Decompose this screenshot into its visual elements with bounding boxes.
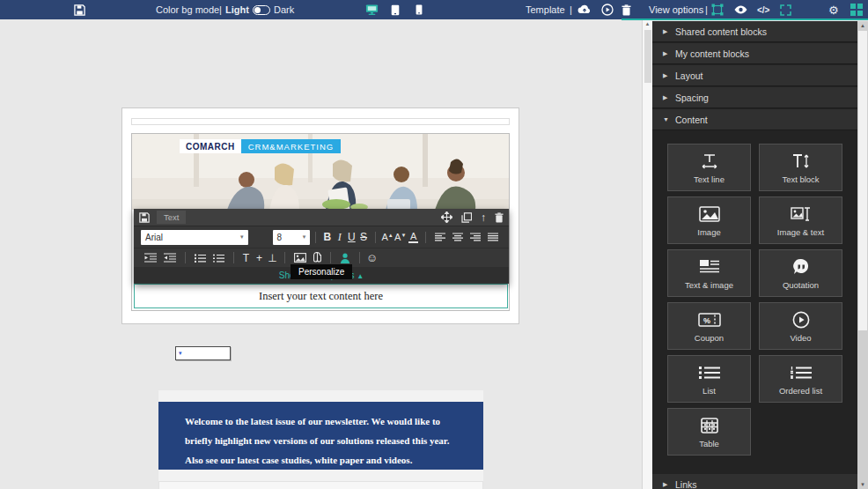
image-icon [699, 204, 720, 224]
separator: | [566, 0, 576, 19]
align-left-icon[interactable] [435, 233, 445, 241]
font-family-value: Arial [145, 233, 163, 242]
save-icon[interactable] [74, 0, 85, 19]
scroll-down-arrow[interactable]: ▼ [857, 480, 868, 489]
text-and-image-icon [699, 257, 720, 277]
scrollbar-thumb[interactable] [858, 31, 867, 330]
gear-icon[interactable]: ⚙ [828, 0, 839, 19]
save-icon[interactable] [139, 212, 150, 223]
tile-video[interactable]: Video [759, 302, 842, 350]
bold-button[interactable]: B [321, 231, 334, 243]
toggle-knob [254, 7, 261, 13]
grid-icon[interactable] [850, 0, 863, 19]
scroll-up-arrow[interactable]: ▲ [857, 21, 868, 30]
sidebar-section-layout[interactable]: ▶ Layout [652, 65, 857, 86]
sidebar-scrollbar[interactable]: ▲ ▼ [857, 21, 868, 489]
tile-image[interactable]: Image [667, 196, 751, 244]
color-bg-mode-label: Color bg mode [156, 0, 219, 19]
light-mode-label[interactable]: Light [225, 0, 249, 19]
tile-image-and-text[interactable]: Image & text [759, 196, 842, 244]
tile-list[interactable]: List [667, 355, 751, 403]
trash-icon[interactable] [495, 212, 504, 223]
indent-icon[interactable] [164, 253, 176, 263]
tile-quotation[interactable]: Quotation [759, 249, 842, 297]
toolbar-header: Text ↑ [134, 209, 509, 226]
play-icon[interactable] [601, 0, 614, 19]
tile-coupon[interactable]: % Coupon [667, 302, 751, 350]
font-color-button[interactable]: A [408, 231, 418, 243]
font-row: Arial ▾ 8 ▾ B I U S A▲ A▼ A [134, 226, 509, 248]
tile-text-block[interactable]: Text block [759, 144, 842, 191]
mini-dropdown[interactable]: ▾ [175, 346, 231, 360]
section-label: Links [675, 479, 697, 489]
align-right-icon[interactable] [470, 233, 481, 241]
scroll-up-arrow[interactable]: ▲ [643, 19, 652, 28]
template-label: Template [526, 0, 565, 19]
cloud-upload-icon[interactable] [577, 0, 592, 19]
tile-text-and-image[interactable]: Text & image [667, 249, 751, 297]
canvas-scrollbar[interactable]: ▲ [642, 19, 652, 489]
ordered-list-icon[interactable] [213, 254, 224, 263]
move-up-icon[interactable]: ↑ [481, 211, 486, 224]
list-icon [699, 363, 720, 382]
welcome-text-block[interactable]: Welcome to the latest issue of our newsl… [158, 402, 483, 470]
chevron-down-icon: ▾ [179, 350, 182, 357]
light-dark-toggle[interactable] [249, 0, 274, 19]
header-image[interactable]: COMARCH CRM&MARKETING [132, 134, 509, 210]
sidebar-section-shared-content-blocks[interactable]: ▶ Shared content blocks [652, 21, 857, 42]
welcome-section[interactable]: Welcome to the latest issue of our newsl… [158, 390, 483, 489]
outdent-icon[interactable] [144, 253, 157, 263]
dark-mode-label[interactable]: Dark [274, 0, 294, 19]
tile-text-line[interactable]: Text line [667, 144, 751, 191]
strikethrough-button[interactable]: S [357, 231, 370, 243]
more-options-row: Show more options ▲ Personalize [134, 267, 509, 283]
sidebar-section-content[interactable]: ▼ Content [652, 109, 857, 130]
font-family-select[interactable]: Arial ▾ [141, 230, 248, 245]
triangle-up-icon: ▲ [357, 272, 364, 280]
align-center-icon[interactable] [452, 233, 463, 241]
section-label: Shared content blocks [675, 26, 767, 37]
empty-content-row[interactable] [131, 118, 510, 125]
insert-link-icon[interactable] [313, 252, 321, 263]
sidebar-section-my-content-blocks[interactable]: ▶ My content blocks [652, 43, 857, 64]
tile-table[interactable]: Table [667, 408, 751, 456]
bullet-list-icon[interactable] [195, 254, 206, 263]
personalize-icon[interactable] [340, 253, 350, 263]
insert-image-icon[interactable] [294, 253, 306, 263]
chevron-right-icon: ▶ [663, 50, 675, 57]
align-justify-icon[interactable] [488, 233, 498, 241]
text-editor-toolbar: Text ↑ Arial ▾ 8 ▾ B I [134, 209, 509, 284]
tablet-icon[interactable] [391, 0, 400, 19]
chevron-down-icon: ▼ [663, 116, 675, 122]
chevron-right-icon: ▶ [663, 481, 675, 488]
scrollbar-thumb[interactable] [644, 30, 651, 83]
expand-icon[interactable] [780, 0, 791, 19]
text-content-placeholder[interactable]: Insert your text content here [134, 284, 508, 308]
underline-button[interactable]: U [346, 231, 358, 243]
sidebar-section-links[interactable]: ▶ Links [652, 474, 857, 489]
toggle-track[interactable] [253, 5, 270, 15]
duplicate-icon[interactable] [461, 212, 472, 223]
move-icon[interactable] [441, 211, 452, 223]
logo-comarch: COMARCH [180, 139, 241, 153]
sidebar-section-spacing[interactable]: ▶ Spacing [652, 87, 857, 108]
emoji-icon[interactable]: ☺ [365, 251, 379, 264]
mobile-icon[interactable] [416, 0, 423, 19]
italic-button[interactable]: I [334, 231, 346, 244]
editor-canvas[interactable]: COMARCH CRM&MARKETING Text ↑ [0, 19, 642, 489]
selection-icon[interactable] [711, 0, 724, 19]
decrease-font-button[interactable]: A▼ [394, 232, 407, 242]
valign-middle-button[interactable]: + [253, 252, 266, 264]
valign-top-button[interactable]: T [239, 252, 253, 264]
tile-ordered-list[interactable]: Ordered list [759, 355, 842, 403]
trash-icon[interactable] [622, 0, 631, 19]
text-block-icon [791, 152, 811, 171]
font-size-select[interactable]: 8 ▾ [273, 230, 311, 245]
desktop-icon[interactable] [365, 0, 379, 19]
valign-bottom-button[interactable]: ⊥ [266, 252, 279, 264]
section-label: Layout [675, 70, 703, 81]
eye-icon[interactable] [734, 0, 747, 19]
tab-text[interactable]: Text [157, 211, 186, 224]
code-icon[interactable]: </> [757, 0, 769, 19]
increase-font-button[interactable]: A▲ [381, 232, 394, 242]
